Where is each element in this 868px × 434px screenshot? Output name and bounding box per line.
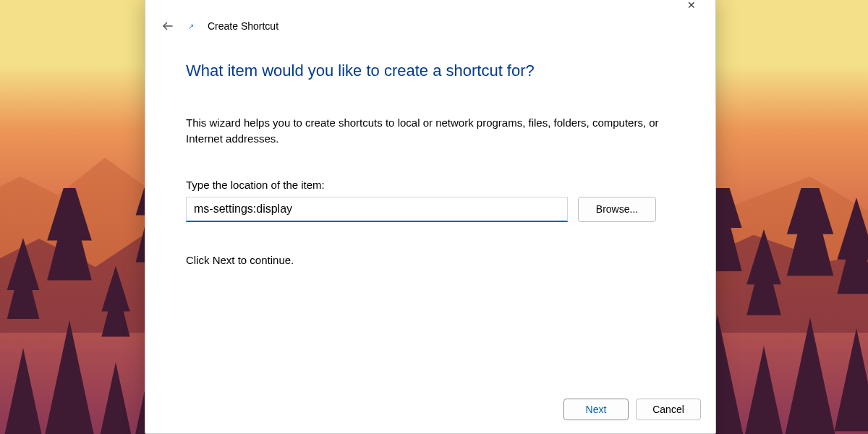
location-input[interactable] [186,197,568,222]
arrow-left-icon [161,20,174,33]
wizard-description: This wizard helps you to create shortcut… [186,115,663,147]
location-label: Type the location of the item: [186,179,675,191]
create-shortcut-dialog: ✕ ↗ Create Shortcut What item would you … [145,0,716,434]
close-icon: ✕ [687,0,696,11]
page-heading: What item would you like to create a sho… [186,61,675,80]
continue-instruction: Click Next to continue. [186,254,675,266]
shortcut-icon: ↗ [186,21,196,31]
browse-button[interactable]: Browse... [578,197,656,222]
cancel-button[interactable]: Cancel [636,399,701,420]
dialog-header: ↗ Create Shortcut [145,17,715,47]
title-bar: ✕ [145,0,715,17]
dialog-title: Create Shortcut [208,20,278,32]
next-button[interactable]: Next [563,399,629,420]
close-button[interactable]: ✕ [675,0,708,17]
dialog-footer: Next Cancel [145,388,715,433]
dialog-body: What item would you like to create a sho… [145,47,715,388]
back-button[interactable] [161,20,174,33]
